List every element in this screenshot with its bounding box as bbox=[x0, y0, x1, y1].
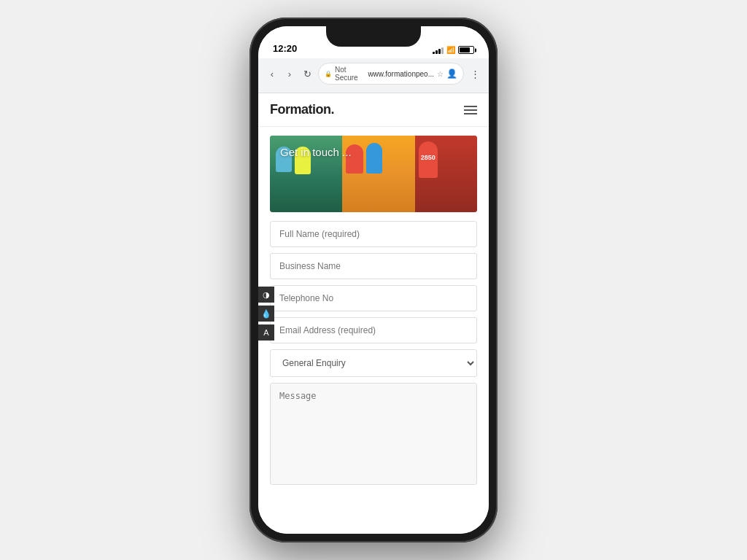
site-header: Formation. bbox=[258, 93, 489, 127]
status-icons: 📶 bbox=[433, 46, 474, 54]
url-security-label: Not Secure bbox=[335, 66, 365, 82]
wifi-icon: 📶 bbox=[446, 46, 455, 54]
forward-button[interactable]: › bbox=[283, 67, 296, 80]
battery-icon bbox=[458, 46, 474, 54]
page-content: ◑ 💧 A Formation. bbox=[258, 93, 489, 534]
telephone-input[interactable] bbox=[270, 285, 477, 311]
color-button[interactable]: 💧 bbox=[258, 306, 274, 322]
lock-icon: 🔒 bbox=[325, 71, 332, 77]
enquiry-select[interactable]: General Enquiry Sales Enquiry Support Ot… bbox=[270, 349, 477, 377]
font-size-button[interactable]: A bbox=[258, 324, 274, 341]
signal-icon bbox=[433, 46, 444, 54]
hamburger-line-3 bbox=[464, 113, 477, 114]
accessibility-sidebar: ◑ 💧 A bbox=[258, 287, 274, 341]
hamburger-line-1 bbox=[464, 106, 477, 107]
bookmark-icon[interactable]: ☆ bbox=[437, 70, 444, 78]
message-textarea[interactable] bbox=[270, 383, 477, 485]
phone-notch bbox=[326, 26, 421, 47]
browser-menu-button[interactable]: ⋮ bbox=[468, 67, 481, 80]
back-button[interactable]: ‹ bbox=[266, 67, 279, 80]
browser-nav: ‹ › ↻ 🔒 Not Secure www.formationpeo... ☆… bbox=[266, 63, 481, 85]
battery-fill bbox=[460, 47, 470, 52]
url-text: www.formationpeo... bbox=[368, 70, 434, 78]
refresh-button[interactable]: ↻ bbox=[301, 67, 314, 80]
site-logo[interactable]: Formation. bbox=[270, 102, 334, 117]
hero-text: Get in touch ... bbox=[280, 146, 352, 158]
browser-bar: ‹ › ↻ 🔒 Not Secure www.formationpeo... ☆… bbox=[258, 58, 489, 93]
contact-form: General Enquiry Sales Enquiry Support Ot… bbox=[258, 221, 489, 508]
email-input[interactable] bbox=[270, 317, 477, 343]
business-name-input[interactable] bbox=[270, 253, 477, 279]
hamburger-menu-button[interactable] bbox=[464, 106, 477, 114]
status-time: 12:20 bbox=[273, 43, 297, 54]
account-icon[interactable]: 👤 bbox=[446, 69, 457, 79]
full-name-input[interactable] bbox=[270, 221, 477, 247]
phone-frame: 12:20 📶 ‹ › ↻ 🔒 Not Secure www.f bbox=[249, 18, 498, 542]
hamburger-line-2 bbox=[464, 109, 477, 111]
phone-screen: 12:20 📶 ‹ › ↻ 🔒 Not Secure www.f bbox=[258, 26, 489, 534]
hero-image: 2850 Get in touch ... bbox=[270, 136, 477, 212]
url-bar[interactable]: 🔒 Not Secure www.formationpeo... ☆ 👤 bbox=[318, 63, 464, 85]
contrast-button[interactable]: ◑ bbox=[258, 287, 274, 303]
